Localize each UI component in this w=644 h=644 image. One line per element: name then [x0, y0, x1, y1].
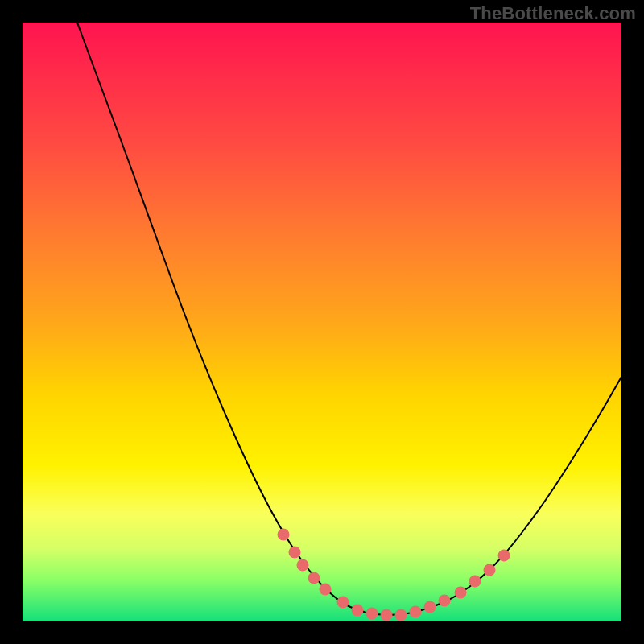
bottleneck-curve	[77, 23, 621, 615]
data-dot	[469, 576, 481, 588]
data-dot	[439, 595, 451, 607]
data-dot	[320, 584, 332, 596]
data-dot	[484, 564, 496, 576]
data-dot	[308, 572, 320, 584]
watermark-text: TheBottleneck.com	[470, 3, 636, 24]
data-dot	[381, 609, 393, 621]
data-dot	[352, 605, 364, 617]
data-dot	[278, 529, 290, 541]
plot-area	[23, 23, 621, 621]
data-dot	[366, 608, 378, 620]
data-dot	[337, 597, 349, 609]
chart-frame: TheBottleneck.com	[0, 0, 644, 644]
data-dot	[410, 606, 422, 618]
curve-svg	[23, 23, 621, 621]
data-dot	[297, 559, 309, 572]
data-dot	[395, 609, 407, 621]
data-dot	[498, 550, 510, 562]
optimal-range-dots	[278, 529, 510, 621]
data-dot	[455, 587, 467, 599]
data-dot	[424, 601, 436, 613]
data-dot	[289, 547, 301, 559]
